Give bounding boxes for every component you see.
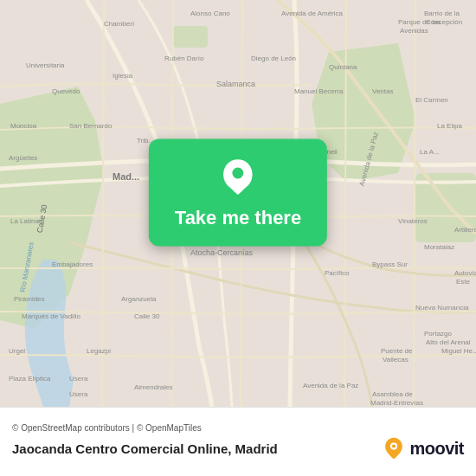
svg-text:Plaza Elíptica: Plaza Elíptica: [9, 375, 51, 383]
svg-text:Iglesia: Iglesia: [113, 72, 133, 80]
svg-text:Argüelles: Argüelles: [9, 154, 37, 162]
svg-text:Bypass Sur: Bypass Sur: [372, 261, 408, 268]
svg-text:Miguel He...: Miguel He...: [441, 347, 476, 355]
location-info-row: Jaocanda Centro Comercial Online, Madrid…: [12, 436, 464, 460]
svg-text:La Latina: La Latina: [10, 217, 39, 225]
svg-text:Autovía del: Autovía del: [454, 269, 476, 277]
svg-text:Avenida de la Paz: Avenida de la Paz: [303, 382, 358, 389]
svg-text:Barrio de la: Barrio de la: [424, 10, 460, 17]
svg-text:La Elipa: La Elipa: [437, 122, 462, 130]
svg-text:Concepción: Concepción: [426, 18, 462, 26]
svg-text:El Carmen: El Carmen: [415, 96, 448, 104]
svg-text:Diego de León: Diego de León: [251, 55, 296, 62]
svg-text:Alonso Cano: Alonso Cano: [190, 10, 230, 17]
svg-rect-1: [173, 26, 208, 48]
svg-text:La A...: La A...: [420, 148, 440, 156]
map-attribution: © OpenStreetMap contributors | © OpenMap…: [12, 423, 464, 433]
svg-text:Ventas: Ventas: [372, 87, 393, 95]
svg-text:Chamberí: Chamberí: [104, 20, 135, 28]
svg-text:San Bernardo: San Bernardo: [69, 122, 113, 130]
svg-text:Asamblea de: Asamblea de: [372, 390, 413, 398]
svg-text:Quintana: Quintana: [329, 63, 357, 71]
svg-text:Marqués de Vadillo: Marqués de Vadillo: [22, 312, 80, 320]
svg-text:Salamanca: Salamanca: [216, 80, 255, 88]
svg-text:Atocha-Cercanías: Atocha-Cercanías: [190, 248, 254, 257]
svg-text:Artillero: Artillero: [454, 226, 476, 234]
moovit-pin-icon: [382, 436, 406, 460]
svg-text:Nueva Numancia: Nueva Numancia: [415, 304, 469, 312]
moovit-logo: moovit: [382, 436, 464, 460]
svg-text:Quevedo: Quevedo: [52, 87, 80, 95]
take-me-there-button[interactable]: Take me there: [175, 207, 301, 229]
svg-text:Vinateros: Vinateros: [398, 217, 428, 225]
svg-text:Avenidas: Avenidas: [400, 27, 428, 35]
svg-text:Usera: Usera: [69, 390, 88, 398]
svg-point-64: [233, 168, 244, 179]
svg-text:Almendrales: Almendrales: [134, 383, 172, 391]
svg-text:Legazpi: Legazpi: [87, 347, 111, 355]
svg-text:Rubén Darío: Rubén Darío: [164, 55, 204, 62]
svg-text:Moncloa: Moncloa: [10, 122, 37, 130]
svg-text:Avenida de América: Avenida de América: [281, 10, 344, 17]
svg-text:Calle 30: Calle 30: [134, 312, 160, 320]
moovit-wordmark: moovit: [409, 439, 464, 459]
svg-text:Mad...: Mad...: [113, 171, 139, 182]
svg-text:Moratalaz: Moratalaz: [424, 243, 454, 251]
svg-text:Portazgo: Portazgo: [424, 330, 453, 338]
svg-text:Alto del Arenal: Alto del Arenal: [426, 338, 471, 346]
location-name: Jaocanda Centro Comercial Online, Madrid: [12, 441, 278, 456]
svg-text:Usera: Usera: [69, 375, 88, 383]
svg-text:Puente de: Puente de: [381, 347, 413, 355]
svg-text:Pacífico: Pacífico: [325, 269, 350, 277]
svg-text:Embajadores: Embajadores: [52, 261, 93, 268]
svg-text:Madrid-Entrevías: Madrid-Entrevías: [370, 399, 423, 407]
bottom-bar: © OpenStreetMap contributors | © OpenMap…: [0, 407, 476, 476]
svg-text:Este: Este: [456, 278, 471, 286]
svg-text:Urgel: Urgel: [9, 347, 25, 355]
svg-point-66: [392, 444, 396, 447]
svg-text:Universitaria: Universitaria: [26, 61, 65, 69]
map-pin-icon: [217, 157, 259, 198]
svg-text:Arganzuela: Arganzuela: [121, 295, 157, 303]
cta-overlay[interactable]: Take me there: [149, 139, 327, 247]
svg-text:Manuel Becerra: Manuel Becerra: [294, 87, 344, 95]
svg-text:Pirámides: Pirámides: [14, 295, 45, 303]
map-container: Universitaria Chamberí Alonso Cano Aveni…: [0, 0, 476, 407]
svg-text:Vallecas: Vallecas: [383, 356, 408, 363]
